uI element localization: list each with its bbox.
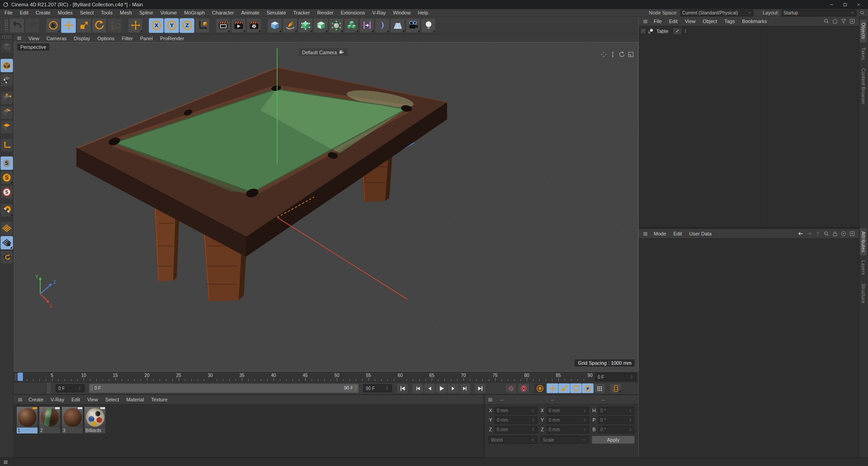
material-label[interactable]: 1 [17, 428, 38, 433]
position-x-field[interactable]: 0 mm [495, 407, 538, 414]
material-menu-view[interactable]: View [84, 396, 102, 403]
menu-mograph[interactable]: MoGraph [180, 9, 208, 16]
material-billiards[interactable]: Billiards [85, 407, 105, 433]
tab-takes[interactable]: Takes [860, 44, 867, 63]
render-view-button[interactable] [216, 18, 231, 33]
menu-edit[interactable]: Edit [16, 9, 32, 16]
material-menu-v-ray[interactable]: V-Ray [47, 396, 68, 403]
subdivision-surface-button[interactable] [298, 18, 313, 33]
spinner-arrows-icon[interactable] [583, 428, 587, 432]
material-label[interactable]: 2 [39, 428, 60, 433]
arrow-right-icon[interactable] [806, 231, 812, 237]
material-thumbnail[interactable] [39, 407, 60, 428]
record-disabled-button[interactable] [505, 383, 517, 393]
viewport-menu-view[interactable]: View [25, 35, 43, 42]
visibility-dots-icon[interactable] [683, 28, 689, 34]
tab-objects[interactable]: Objects [860, 19, 867, 42]
object-menu-edit[interactable]: Edit [665, 18, 681, 24]
timeline-playhead[interactable] [18, 372, 23, 381]
menu-mesh[interactable]: Mesh [116, 9, 136, 16]
coordinate-system-button[interactable] [195, 18, 210, 33]
material-thumbnail[interactable] [17, 407, 38, 428]
toolbar-grip[interactable] [5, 19, 8, 31]
viewport-menu-cameras[interactable]: Cameras [43, 35, 71, 42]
edges-mode-button[interactable] [0, 106, 13, 119]
object-menu-object[interactable]: Object [699, 18, 721, 24]
spinner-arrows-icon[interactable] [628, 418, 632, 422]
search-icon[interactable] [823, 231, 830, 237]
search-icon[interactable] [823, 18, 830, 24]
lock-icon[interactable] [832, 231, 838, 237]
snap-settings-button[interactable]: S [0, 171, 13, 184]
attribute-menu-edit[interactable]: Edit [670, 231, 686, 237]
material-1[interactable]: 1 [17, 407, 38, 433]
goto-previous-frame-button[interactable] [424, 383, 435, 393]
material-menu-edit[interactable]: Edit [68, 396, 84, 403]
light-button[interactable] [421, 18, 436, 33]
current-frame-spinner[interactable]: 0 F [595, 373, 637, 381]
render-picture-viewer-button[interactable] [231, 18, 246, 33]
arrow-up-icon[interactable] [815, 231, 821, 237]
menu-v-ray[interactable]: V-Ray [368, 9, 389, 16]
material-label[interactable]: 3 [62, 428, 83, 433]
tab-attributes[interactable]: Attributes [860, 228, 867, 255]
live-selection-button[interactable] [46, 18, 61, 33]
mograph-cloner-button[interactable] [344, 18, 359, 33]
floor-environment-button[interactable] [390, 18, 405, 33]
hamburger-icon[interactable] [487, 397, 493, 403]
funnel-icon[interactable] [840, 18, 847, 24]
deformer-button[interactable] [329, 18, 344, 33]
pen-spline-button[interactable] [283, 18, 297, 33]
lock-y-axis-button[interactable]: Y [164, 18, 179, 33]
position-z-field[interactable]: 0 mm [495, 426, 538, 433]
menu-tracker[interactable]: Tracker [290, 9, 314, 16]
material-label[interactable]: Billiards [85, 428, 105, 433]
omni-move-button[interactable] [128, 18, 143, 33]
nav-max-icon[interactable] [627, 51, 634, 58]
target-icon[interactable] [840, 231, 847, 237]
menu-window[interactable]: Window [389, 9, 414, 16]
polygons-mode-button[interactable] [0, 120, 13, 134]
nav-rotate-icon[interactable] [618, 51, 625, 58]
object-tree[interactable]: Table [639, 27, 859, 227]
viewport-canvas[interactable]: Perspective Default Camera Grid Spacing … [14, 42, 638, 372]
rotation-h-field[interactable]: 0 ° [598, 407, 635, 414]
nav-zoom-icon[interactable] [609, 51, 616, 58]
view-label[interactable]: Perspective [17, 43, 49, 51]
tab-structure[interactable]: Structure [860, 280, 867, 306]
rotation-p-field[interactable]: 0 ° [598, 416, 635, 424]
key-pla-button[interactable] [594, 383, 605, 393]
enable-snap-button[interactable]: S [0, 156, 13, 170]
scale-z-field[interactable]: 0 mm [547, 426, 590, 433]
tab-layers[interactable]: Layers [860, 257, 867, 278]
timeline-range-slider[interactable]: 0 F 90 F [89, 384, 359, 393]
texture-mode-button[interactable] [0, 73, 13, 87]
viewport-menu-filter[interactable]: Filter [118, 35, 136, 42]
goto-end-button[interactable] [474, 383, 486, 393]
tab-content-browser[interactable]: Content Browser [860, 65, 867, 108]
menu-modes[interactable]: Modes [54, 9, 76, 16]
material-menu-select[interactable]: Select [102, 396, 123, 403]
points-mode-button[interactable] [0, 91, 13, 105]
menu-extensions[interactable]: Extensions [337, 9, 368, 16]
hamburger-icon[interactable] [3, 459, 9, 465]
extrude-generator-button[interactable] [313, 18, 328, 33]
object-edit-toggle[interactable] [673, 28, 681, 34]
apply-button[interactable]: Apply [592, 436, 635, 444]
redo-button[interactable] [25, 18, 40, 33]
key-position-button[interactable] [547, 383, 558, 393]
spinner-arrows-icon[interactable] [531, 409, 535, 413]
field-button[interactable] [375, 18, 390, 33]
spinner-arrows-icon[interactable] [629, 375, 634, 379]
object-menu-tags[interactable]: Tags [721, 18, 738, 24]
spinner-arrows-icon[interactable] [385, 386, 389, 391]
goto-next-key-button[interactable] [459, 383, 471, 393]
lock-x-axis-button[interactable]: X [149, 18, 164, 33]
key-parameter-button[interactable]: P [582, 383, 594, 393]
maximize-button[interactable] [838, 0, 852, 9]
position-space-select[interactable]: World [488, 436, 538, 444]
menu-spline[interactable]: Spline [136, 9, 157, 16]
menu-create[interactable]: Create [32, 9, 54, 16]
render-settings-button[interactable] [246, 18, 261, 33]
attribute-menu-mode[interactable]: Mode [650, 231, 670, 237]
